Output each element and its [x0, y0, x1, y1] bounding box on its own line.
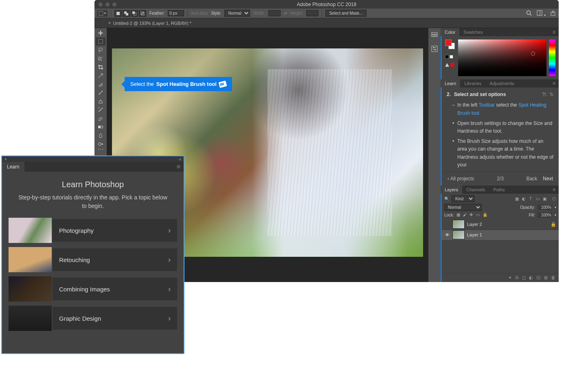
filter-smart-icon[interactable]: ▣ — [542, 196, 547, 201]
blend-mode-select[interactable]: Normal — [444, 204, 482, 211]
divider — [187, 10, 188, 17]
spot-healing-brush-tool[interactable] — [96, 80, 105, 88]
link-layers-icon[interactable]: ⚭ — [508, 275, 512, 280]
new-selection-icon[interactable] — [114, 10, 122, 17]
channels-tab[interactable]: Channels — [462, 186, 489, 194]
close-window-button[interactable] — [99, 2, 103, 7]
fill-input[interactable] — [538, 212, 552, 218]
filter-type-icon[interactable]: T — [528, 196, 533, 201]
reset-icon[interactable]: ↻ — [550, 92, 554, 97]
foreground-color-swatch[interactable] — [445, 39, 452, 46]
filter-pixel-icon[interactable]: ▦ — [514, 196, 519, 201]
filter-adjustment-icon[interactable]: ◐ — [521, 196, 526, 201]
lock-icon[interactable]: 🔒 — [551, 222, 556, 227]
color-tab[interactable]: Color — [441, 28, 459, 36]
layer-group-icon[interactable]: 🗀 — [536, 275, 541, 280]
delete-layer-icon[interactable]: 🗑 — [551, 275, 555, 280]
topic-combining-images[interactable]: Combining Images › — [9, 276, 177, 302]
add-selection-icon[interactable] — [123, 10, 130, 17]
foreground-background-swatch[interactable] — [445, 39, 455, 49]
history-brush-tool[interactable] — [96, 106, 105, 114]
style-select[interactable]: Normal — [224, 10, 250, 17]
quick-selection-tool[interactable] — [96, 55, 105, 63]
search-icon[interactable] — [526, 10, 532, 17]
filter-shape-icon[interactable]: ▭ — [535, 196, 540, 201]
maximize-window-button[interactable] — [112, 2, 116, 7]
eraser-tool[interactable] — [96, 114, 105, 122]
all-projects-link[interactable]: All projects — [448, 176, 474, 182]
panel-menu-icon[interactable]: ≡ — [553, 187, 559, 192]
properties-panel-icon[interactable] — [431, 45, 438, 52]
opacity-input[interactable] — [538, 205, 552, 210]
hue-slider[interactable] — [549, 39, 555, 76]
minimize-window-button[interactable] — [105, 2, 110, 7]
layer-name[interactable]: Layer 2 — [467, 222, 482, 227]
workspace-switcher-icon[interactable]: ▾ — [536, 10, 546, 17]
lock-position-icon[interactable]: ✥ — [470, 212, 474, 217]
rectangular-marquee-tool[interactable] — [96, 37, 105, 46]
eyedropper-tool[interactable] — [96, 72, 105, 80]
panel-menu-icon[interactable]: ≡ — [553, 81, 559, 86]
layer-row[interactable]: Layer 2 🔒 — [442, 219, 559, 230]
layer-mask-icon[interactable]: ◻ — [522, 275, 526, 280]
move-tool[interactable] — [96, 29, 105, 37]
libraries-tab[interactable]: Libraries — [460, 79, 485, 87]
toolbar-link[interactable]: Toolbar — [478, 102, 494, 108]
dodge-tool[interactable] — [96, 140, 105, 148]
popup-collapse-icon[interactable]: « — [179, 157, 181, 162]
next-button[interactable]: Next — [543, 176, 553, 182]
blur-tool[interactable] — [96, 131, 105, 140]
topic-graphic-design[interactable]: Graphic Design › — [9, 306, 177, 331]
popup-titlebar[interactable]: × « — [2, 156, 184, 162]
layer-thumbnail[interactable] — [452, 230, 465, 239]
brush-tool[interactable] — [96, 89, 105, 97]
popup-close-icon[interactable]: × — [4, 157, 7, 162]
svg-rect-1 — [116, 12, 120, 15]
new-layer-icon[interactable]: ⊞ — [544, 275, 548, 280]
layer-name[interactable]: Layer 1 — [467, 232, 482, 237]
lock-transparency-icon[interactable]: ▦ — [456, 212, 461, 217]
visibility-toggle[interactable]: 👁 — [444, 232, 450, 237]
gamut-warning[interactable] — [445, 63, 456, 67]
layer-filter-kind[interactable]: Kind — [452, 195, 474, 202]
crop-tool[interactable] — [96, 63, 105, 71]
topic-retouching[interactable]: Retouching › — [9, 247, 177, 272]
lock-all-icon[interactable]: 🔒 — [483, 212, 487, 217]
lock-pixels-icon[interactable]: 🖌 — [463, 212, 468, 217]
more-tools-icon[interactable] — [97, 149, 104, 150]
layers-tab[interactable]: Layers — [441, 186, 462, 194]
document-tab[interactable]: × Untitled-2 @ 193% (Layer 1, RGB/8#) * — [108, 21, 191, 26]
filter-toggle-icon[interactable]: ⬡ — [551, 196, 556, 201]
layer-thumbnail[interactable] — [452, 220, 465, 229]
history-panel-icon[interactable] — [431, 31, 438, 39]
lasso-tool[interactable] — [96, 46, 105, 54]
intersect-selection-icon[interactable] — [139, 10, 146, 17]
color-picker-indicator[interactable] — [531, 52, 535, 56]
popup-menu-icon[interactable]: ≡ — [177, 163, 184, 171]
clone-stamp-tool[interactable] — [96, 97, 105, 105]
layer-style-icon[interactable]: fx — [515, 275, 519, 280]
lock-artboard-icon[interactable]: ▭ — [476, 212, 481, 217]
panel-menu-icon[interactable]: ≡ — [553, 29, 559, 35]
close-tab-icon[interactable]: × — [108, 21, 111, 25]
learn-tab[interactable]: Learn — [441, 79, 460, 87]
adjustments-tab[interactable]: Adjustments — [485, 79, 518, 87]
back-button[interactable]: Back — [527, 176, 538, 182]
tool-preset-picker[interactable]: ▾ — [97, 10, 108, 17]
color-field[interactable] — [458, 39, 546, 76]
swatches-tab[interactable]: Swatches — [459, 28, 487, 36]
step-number: 2. — [447, 92, 451, 97]
layer-row[interactable]: 👁 Layer 1 — [442, 230, 559, 241]
topic-photography[interactable]: Photography › — [9, 218, 177, 243]
help-icon[interactable]: ?⃝ — [542, 92, 546, 97]
select-and-mask-button[interactable]: Select and Mask... — [325, 10, 366, 17]
subtract-selection-icon[interactable] — [131, 10, 138, 17]
svg-rect-10 — [537, 11, 542, 15]
share-icon[interactable] — [550, 10, 556, 17]
learn-popup-tab[interactable]: Learn — [2, 162, 24, 172]
width-input — [268, 10, 281, 16]
feather-input[interactable] — [168, 10, 184, 16]
gradient-tool[interactable] — [96, 123, 105, 131]
paths-tab[interactable]: Paths — [489, 186, 509, 194]
adjustment-layer-icon[interactable]: ◐ — [529, 275, 533, 280]
